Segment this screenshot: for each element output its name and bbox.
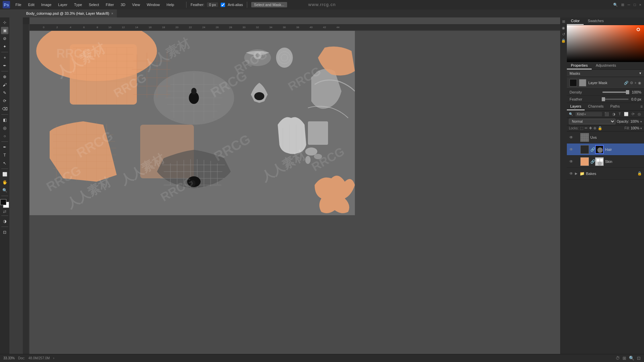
fill-dropdown-icon[interactable]: ▾ <box>640 127 642 130</box>
arrange-icon[interactable]: ⊞ <box>623 356 626 361</box>
layer-skin-visibility[interactable]: 👁 <box>569 159 574 164</box>
tool-dodge[interactable]: ○ <box>1 132 8 140</box>
blend-mode-select[interactable]: Normal <box>569 119 615 124</box>
tool-shape[interactable]: ⬜ <box>1 171 8 178</box>
menu-select[interactable]: Select <box>86 2 102 7</box>
filter-type-icon[interactable]: T <box>618 112 622 117</box>
tab-channels[interactable]: Channels <box>585 103 607 110</box>
layer-mask-swatch[interactable] <box>579 79 586 86</box>
fg-color-swatch[interactable] <box>570 79 577 86</box>
filter-shape-icon[interactable]: ⬜ <box>623 112 630 117</box>
lock-all-icon[interactable]: 🔒 <box>598 126 602 130</box>
swap-colors-icon[interactable]: ⇄ <box>3 209 6 214</box>
tool-heal[interactable]: ⊕ <box>1 73 8 80</box>
filter-pixel-icon[interactable]: ⬛ <box>603 112 610 117</box>
document-tab[interactable]: Body_colormap.psd @ 33.3% (Hair, Layer M… <box>23 9 117 17</box>
menu-type[interactable]: Type <box>71 2 85 7</box>
menu-window[interactable]: Window <box>144 2 162 7</box>
opacity-value[interactable]: 100% <box>630 120 639 123</box>
menu-view[interactable]: View <box>129 2 143 7</box>
anti-alias-checkbox[interactable] <box>221 3 225 7</box>
tool-marquee[interactable]: ▣ <box>1 27 8 34</box>
layer-bakes-lock-icon[interactable]: 🔒 <box>637 171 642 176</box>
layers-panel-menu-icon[interactable]: ≡ <box>640 104 643 109</box>
lock-transparent-icon[interactable]: ⬚ <box>580 126 583 130</box>
tab-close-button[interactable]: × <box>111 12 113 15</box>
filter-smart-icon[interactable]: ⟳ <box>631 112 636 117</box>
fill-value[interactable]: 100% <box>631 126 639 130</box>
tool-brush[interactable]: 🖌 <box>1 81 8 88</box>
lock-position-icon[interactable]: ✚ <box>589 126 592 130</box>
density-slider[interactable] <box>602 92 629 93</box>
fg-bg-colors[interactable] <box>0 199 9 208</box>
tool-blur[interactable]: ◎ <box>1 124 8 132</box>
lock-artboard-icon[interactable]: ⊕ <box>593 126 596 130</box>
opacity-dropdown-icon[interactable]: ▾ <box>640 120 642 123</box>
layer-skin-chain-icon[interactable]: 🔗 <box>590 159 594 164</box>
tool-crop[interactable]: ⌖ <box>1 54 8 61</box>
tool-clone[interactable]: ✎ <box>1 89 8 97</box>
status-forward-arrow[interactable]: › <box>53 356 54 360</box>
menu-file[interactable]: File <box>13 2 24 7</box>
mask-add-icon[interactable]: + <box>635 81 637 85</box>
menu-filter[interactable]: Filter <box>103 2 116 7</box>
tool-lasso[interactable]: ⊘ <box>1 35 8 42</box>
color-gradient[interactable] <box>567 25 644 62</box>
minimize-icon[interactable]: ─ <box>628 3 630 7</box>
tab-paths[interactable]: Paths <box>607 103 623 110</box>
search-icon[interactable]: 🔍 <box>613 3 618 7</box>
menu-image[interactable]: Image <box>39 2 54 7</box>
layer-hair-chain-icon[interactable]: 🔗 <box>590 147 594 152</box>
menu-help[interactable]: Help <box>164 2 177 7</box>
window-arrange-icon[interactable]: ⊞ <box>621 3 624 7</box>
layer-bakes-visibility[interactable]: 👁 <box>569 171 574 176</box>
menu-layer[interactable]: Layer <box>55 2 70 7</box>
close-icon[interactable]: × <box>639 3 641 7</box>
masks-expand-icon[interactable]: ▾ <box>639 71 641 75</box>
mask-link-icon[interactable]: 🔗 <box>624 81 629 85</box>
mask-eye-icon[interactable]: ◉ <box>638 81 641 85</box>
panel-grid-icon[interactable]: ⊞ <box>561 19 566 24</box>
tool-gradient[interactable]: ◧ <box>1 116 8 124</box>
filter-adjust-icon[interactable]: ◑ <box>611 112 616 117</box>
maximize-icon[interactable]: □ <box>634 3 636 7</box>
panel-eye-icon[interactable]: ◉ <box>561 25 566 31</box>
kind-dropdown-icon[interactable]: ▾ <box>584 113 586 116</box>
tab-swatches[interactable]: Swatches <box>584 17 608 25</box>
color-picker-area[interactable] <box>567 25 644 62</box>
mask-options-icon[interactable]: ⚙ <box>630 81 633 85</box>
layer-item-uvs[interactable]: 👁 Uvs <box>567 131 644 143</box>
layer-item-skin[interactable]: 👁 🔗 Skin <box>567 156 644 168</box>
select-mask-button[interactable]: Select and Mask... <box>251 2 287 7</box>
tool-pen[interactable]: ✒ <box>1 143 8 151</box>
layer-uvs-visibility[interactable]: 👁 <box>569 135 574 140</box>
tab-color[interactable]: Color <box>567 17 584 25</box>
tab-properties[interactable]: Properties <box>567 62 592 69</box>
feather-slider[interactable] <box>602 99 629 100</box>
layer-item-hair[interactable]: 👁 🔗 Hair <box>567 143 644 156</box>
screen-mode-icon[interactable]: ⊡ <box>637 356 641 361</box>
tool-history[interactable]: ⟳ <box>1 97 8 105</box>
tool-eyedropper[interactable]: ✒ <box>1 62 8 69</box>
feather-value[interactable]: 0 px <box>207 2 218 7</box>
layer-hair-visibility[interactable]: 👁 <box>569 147 574 152</box>
zoom-icon[interactable]: 🔍 <box>629 356 634 361</box>
tool-move[interactable]: ⊹ <box>1 19 8 26</box>
tool-hand[interactable]: 🖐 <box>1 179 8 186</box>
tab-adjustments[interactable]: Adjustments <box>592 62 620 69</box>
panel-refresh-icon[interactable]: ↺ <box>561 32 566 37</box>
tool-quickmask[interactable]: ◑ <box>1 218 8 225</box>
filter-toggle-icon[interactable]: ◎ <box>637 112 642 117</box>
tool-type[interactable]: T <box>1 152 8 159</box>
tool-eraser[interactable]: ⌫ <box>1 105 8 113</box>
menu-3d[interactable]: 3D <box>118 2 128 7</box>
layer-item-bakes[interactable]: 👁 ▶ 📁 Bakes 🔒 <box>567 168 644 180</box>
layers-search[interactable]: Kind ▾ <box>575 112 602 116</box>
lock-paint-icon[interactable]: ✏ <box>585 126 588 130</box>
tab-layers[interactable]: Layers <box>567 103 585 110</box>
tool-screen-mode[interactable]: ⊡ <box>1 229 8 236</box>
tool-path[interactable]: ↖ <box>1 160 8 167</box>
tool-zoom[interactable]: 🔍 <box>1 187 8 194</box>
layer-bakes-expand-arrow[interactable]: ▶ <box>575 172 578 175</box>
tool-magic-wand[interactable]: ✦ <box>1 43 8 50</box>
